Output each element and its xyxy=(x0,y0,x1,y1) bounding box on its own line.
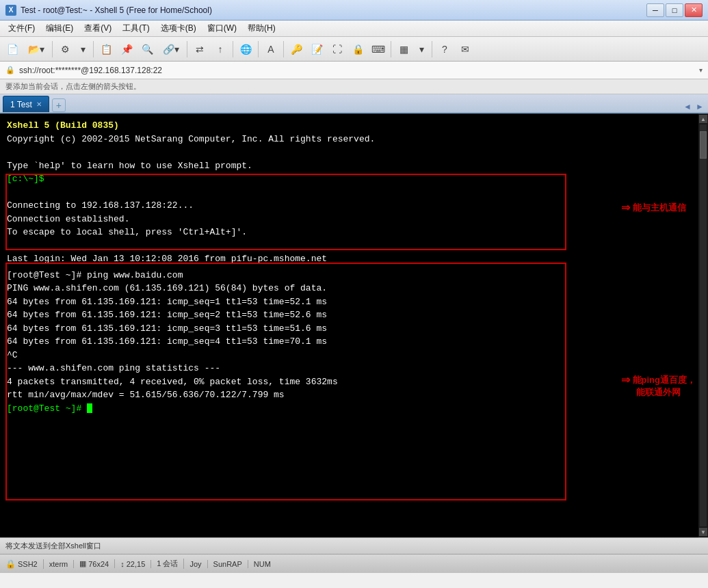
close-button[interactable]: ✕ xyxy=(685,3,703,17)
terminal-line-16: 64 bytes from 61.135.169.121: icmp_seq=3… xyxy=(7,322,692,336)
menu-help[interactable]: 帮助(H) xyxy=(242,21,281,36)
line-text: Connecting to 192.168.137.128:22... xyxy=(7,200,194,211)
status-term: xterm xyxy=(49,560,75,568)
terminal-line-21: rtt min/avg/max/mdev = 51.615/56.636/70.… xyxy=(7,388,692,402)
line-text: [c:\~]$ xyxy=(7,174,44,184)
separator-2 xyxy=(93,41,94,57)
copy-button[interactable]: 📋 xyxy=(96,40,116,59)
script-button[interactable]: 📝 xyxy=(307,40,326,59)
keyboard-button[interactable]: ⌨ xyxy=(369,40,388,59)
app-icon: X xyxy=(5,5,16,16)
line-text: Copyright (c) 2002-2015 NetSarang Comput… xyxy=(7,134,375,144)
status-num: NUM xyxy=(254,560,276,568)
separator-6 xyxy=(283,41,284,57)
scroll-track[interactable] xyxy=(700,124,707,526)
terminal-line-4: Type `help' to learn how to use Xshell p… xyxy=(7,159,692,173)
status-joy-text: Joy xyxy=(189,560,201,568)
line-text: [root@Test ~]# ping www.baidu.com xyxy=(7,270,183,280)
menu-file[interactable]: 文件(F) xyxy=(3,21,40,36)
globe-button[interactable]: 🌐 xyxy=(236,40,255,59)
menu-tabs[interactable]: 选项卡(B) xyxy=(155,21,202,36)
terminal-scrollbar: ▲ ▼ xyxy=(698,113,708,537)
tab-test[interactable]: 1 Test ✕ xyxy=(3,96,49,112)
line-text: Last login: Wed Jan 13 10:12:08 2016 fro… xyxy=(7,254,327,264)
bottom-bar: 将文本发送到全部Xshell窗口 xyxy=(0,537,708,554)
tab-next-button[interactable]: ► xyxy=(694,101,705,112)
paste-button[interactable]: 📌 xyxy=(117,40,136,59)
line-text: To escape to local shell, press 'Ctrl+Al… xyxy=(7,227,247,237)
line-text: 4 packets transmitted, 4 received, 0% pa… xyxy=(7,377,338,387)
title-bar: X Test - root@Test:~ - Xshell 5 (Free fo… xyxy=(0,0,708,21)
layout-button[interactable]: ▦ xyxy=(394,40,413,59)
fullscreen-button[interactable]: ⛶ xyxy=(328,40,347,59)
status-num-text: NUM xyxy=(254,560,271,568)
status-bar: 🔒 SSH2 xterm ▦ 76x24 ↕ 22,15 1 会话 Joy Su… xyxy=(0,554,708,573)
connect-button[interactable]: 🔗▾ xyxy=(158,40,184,59)
maximize-button[interactable]: □ xyxy=(666,3,683,17)
status-sessions: 1 会话 xyxy=(157,559,184,569)
tab-close-button[interactable]: ✕ xyxy=(36,101,42,108)
properties-button[interactable]: ⚙ xyxy=(55,40,75,59)
terminal-line-18: ^C xyxy=(7,349,692,362)
scroll-thumb[interactable] xyxy=(700,131,707,159)
status-size: ▦ 76x24 xyxy=(79,559,115,568)
terminal-line-14: 64 bytes from 61.135.169.121: icmp_seq=1… xyxy=(7,295,692,309)
separator-4 xyxy=(233,41,233,57)
separator-7 xyxy=(391,41,391,57)
menu-view[interactable]: 查看(V) xyxy=(79,21,117,36)
toolbar: 📄 📂▾ ⚙ ▾ 📋 📌 🔍 🔗▾ ⇄ ↑ 🌐 A 🔑 📝 ⛶ 🔒 ⌨ ▦ ▾ … xyxy=(0,37,708,62)
status-ssh: SSH2 xyxy=(18,560,38,568)
new-tab-button[interactable]: + xyxy=(52,98,66,112)
line-text: 64 bytes from 61.135.169.121: icmp_seq=1… xyxy=(7,297,327,307)
terminal-line-5: [c:\~]$ xyxy=(7,172,692,186)
terminal-line-9: To escape to local shell, press 'Ctrl+Al… xyxy=(7,226,692,239)
lock-icon: 🔒 xyxy=(5,66,15,75)
status-pos-text: 22,15 xyxy=(127,560,146,568)
scroll-down-button[interactable]: ▼ xyxy=(699,528,707,536)
find-button[interactable]: 🔍 xyxy=(137,40,157,59)
open-button[interactable]: 📂▾ xyxy=(23,40,49,59)
address-dropdown-icon[interactable]: ▾ xyxy=(699,66,703,74)
status-sessions-text: 1 会话 xyxy=(157,559,178,569)
session-bar: 要添加当前会话，点击左侧的箭头按钮。 xyxy=(0,79,708,94)
terminal[interactable]: Xshell 5 (Build 0835) Copyright (c) 2002… xyxy=(0,113,698,537)
upload-button[interactable]: ↑ xyxy=(211,40,230,59)
menu-edit[interactable]: 编辑(E) xyxy=(40,21,79,36)
window-controls: ─ □ ✕ xyxy=(646,3,703,17)
font-button[interactable]: A xyxy=(261,40,280,59)
minimize-button[interactable]: ─ xyxy=(646,3,664,17)
line-text: Connection established. xyxy=(7,214,129,224)
line-text: ^C xyxy=(7,350,18,360)
layout-dropdown[interactable]: ▾ xyxy=(415,40,429,59)
line-text: [root@Test ~]# xyxy=(7,403,87,414)
line-text: rtt min/avg/max/mdev = 51.615/56.636/70.… xyxy=(7,390,285,400)
separator-1 xyxy=(52,41,53,57)
line-text: 64 bytes from 61.135.169.121: icmp_seq=2… xyxy=(7,310,327,320)
status-lock: 🔒 SSH2 xyxy=(5,559,44,569)
address-text[interactable]: ssh://root:********@192.168.137.128:22 xyxy=(19,66,695,75)
new-file-button[interactable]: 📄 xyxy=(3,40,22,59)
terminal-line-13: PING www.a.shifen.com (61.135.169.121) 5… xyxy=(7,282,692,295)
status-term-text: xterm xyxy=(49,560,68,568)
key-button[interactable]: 🔑 xyxy=(287,40,306,59)
tab-bar: 1 Test ✕ + ◄ ► xyxy=(0,94,708,113)
menu-tools[interactable]: 工具(T) xyxy=(117,21,155,36)
annotation-arrow-1: ⇒ xyxy=(621,201,630,214)
terminal-line-20: 4 packets transmitted, 4 received, 0% pa… xyxy=(7,375,692,389)
scroll-up-button[interactable]: ▲ xyxy=(699,115,707,123)
status-pos-icon: ↕ xyxy=(120,560,124,568)
status-sunrap-text: SunRAP xyxy=(213,560,242,568)
menu-window[interactable]: 窗口(W) xyxy=(202,21,242,36)
transfer-button[interactable]: ⇄ xyxy=(190,40,209,59)
properties-dropdown[interactable]: ▾ xyxy=(76,40,90,59)
help-button[interactable]: ? xyxy=(435,40,454,59)
compose-button[interactable]: ✉ xyxy=(456,40,475,59)
terminal-line-19: --- www.a.shifen.com ping statistics --- xyxy=(7,362,692,375)
status-size-text: 76x24 xyxy=(88,560,109,568)
tab-prev-button[interactable]: ◄ xyxy=(682,101,693,112)
lock-button[interactable]: 🔒 xyxy=(348,40,367,59)
terminal-line-8: Connection established. xyxy=(7,213,692,226)
line-text: 64 bytes from 61.135.169.121: icmp_seq=4… xyxy=(7,336,327,347)
send-to-all-text: 将文本发送到全部Xshell窗口 xyxy=(5,541,101,551)
line-text: --- www.a.shifen.com ping statistics --- xyxy=(7,363,220,373)
